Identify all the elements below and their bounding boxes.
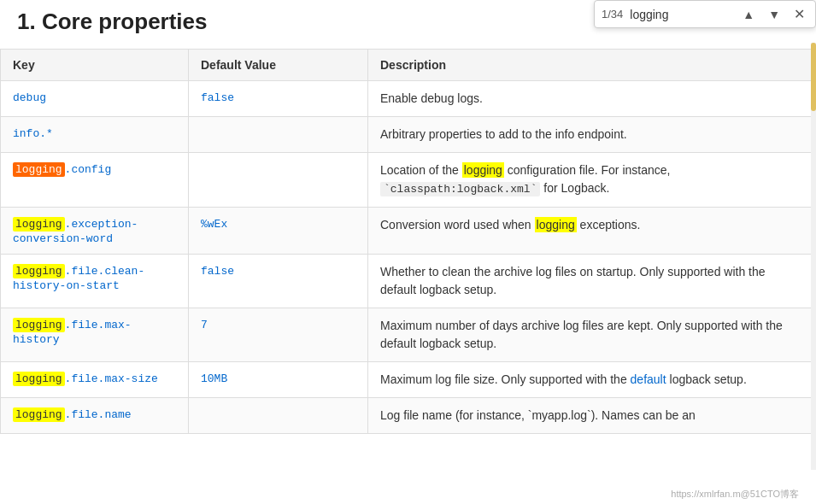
scroll-thumb[interactable] bbox=[811, 43, 816, 111]
description-cell: Maximum number of days archive log files… bbox=[368, 308, 816, 361]
description-text: Maximum number of days archive log files… bbox=[380, 319, 783, 350]
description-cell: Whether to clean the archive log files o… bbox=[368, 254, 816, 308]
description-cell: Log file name (for instance, `myapp.log`… bbox=[368, 397, 816, 433]
default-value: 7 bbox=[201, 319, 208, 331]
key-cell: info.* bbox=[1, 117, 189, 153]
key-cell: logging.exception-conversion-word bbox=[1, 207, 189, 254]
search-close-button[interactable]: ✕ bbox=[790, 4, 808, 24]
description-text: Arbitrary properties to add to the info … bbox=[380, 127, 627, 141]
search-counter: 1/34 bbox=[602, 8, 623, 21]
default-cell: 10MB bbox=[189, 361, 368, 397]
col-header-default: Default Value bbox=[189, 50, 368, 81]
default-value: %wEx bbox=[201, 218, 227, 231]
key-value: debug bbox=[13, 91, 46, 104]
description-text: Enable debug logs. bbox=[380, 91, 483, 105]
col-header-key: Key bbox=[1, 50, 189, 81]
search-up-button[interactable]: ▲ bbox=[739, 6, 758, 23]
table-row: logging.exception-conversion-word%wExCon… bbox=[1, 207, 816, 254]
default-cell: false bbox=[189, 81, 368, 117]
desc-link[interactable]: default bbox=[631, 372, 666, 386]
desc-highlight: logging bbox=[535, 217, 577, 232]
key-highlight-yellow: logging bbox=[13, 318, 65, 332]
key-highlight-yellow: logging bbox=[13, 372, 65, 386]
default-cell: %wEx bbox=[189, 207, 368, 254]
page-container: 1/34 ▲ ▼ ✕ 1. Core properties Key Defaul… bbox=[0, 0, 816, 504]
default-value: 10MB bbox=[201, 372, 227, 385]
description-text: Whether to clean the archive log files o… bbox=[380, 265, 766, 296]
description-text: Conversion word used when logging except… bbox=[380, 217, 640, 232]
table-row: logging.file.clean-history-on-startfalse… bbox=[1, 254, 816, 308]
key-highlight-yellow: logging bbox=[13, 217, 65, 231]
default-value: false bbox=[201, 91, 234, 104]
scroll-indicator bbox=[811, 43, 816, 470]
key-rest: .config bbox=[65, 163, 112, 176]
col-header-description: Description bbox=[368, 50, 816, 81]
key-cell: logging.file.max-size bbox=[1, 361, 189, 397]
key-rest: .file.max-size bbox=[65, 372, 158, 385]
search-down-button[interactable]: ▼ bbox=[765, 6, 784, 23]
key-cell: logging.file.clean-history-on-start bbox=[1, 254, 189, 308]
properties-table: Key Default Value Description debugfalse… bbox=[0, 49, 816, 434]
description-text: Maximum log file size. Only supported wi… bbox=[380, 372, 747, 386]
key-cell: logging.file.max-history bbox=[1, 308, 189, 361]
key-highlight-yellow: logging bbox=[13, 407, 65, 422]
description-cell: Enable debug logs. bbox=[368, 81, 816, 117]
search-input[interactable] bbox=[630, 8, 732, 21]
description-cell: Maximum log file size. Only supported wi… bbox=[368, 361, 816, 397]
key-highlight-yellow: logging bbox=[13, 264, 65, 278]
table-row: info.*Arbitrary properties to add to the… bbox=[1, 117, 816, 153]
desc-highlight: logging bbox=[462, 162, 504, 178]
table-row: debugfalseEnable debug logs. bbox=[1, 81, 816, 117]
default-cell bbox=[189, 117, 368, 153]
default-cell: false bbox=[189, 254, 368, 308]
table-row: logging.configLocation of the logging co… bbox=[1, 153, 816, 208]
description-cell: Conversion word used when logging except… bbox=[368, 207, 816, 254]
key-cell: debug bbox=[1, 81, 189, 117]
search-bar[interactable]: 1/34 ▲ ▼ ✕ bbox=[594, 0, 816, 28]
key-highlight-orange: logging bbox=[13, 162, 65, 177]
default-cell: 7 bbox=[189, 308, 368, 361]
key-rest: .file.name bbox=[65, 408, 132, 421]
key-cell: logging.file.name bbox=[1, 397, 189, 433]
desc-code: `classpath:logback.xml` bbox=[380, 182, 540, 196]
table-row: logging.file.max-history7Maximum number … bbox=[1, 308, 816, 361]
default-cell bbox=[189, 153, 368, 208]
table-row: logging.file.max-size10MBMaximum log fil… bbox=[1, 361, 816, 397]
default-cell bbox=[189, 397, 368, 433]
table-row: logging.file.nameLog file name (for inst… bbox=[1, 397, 816, 433]
key-value: info.* bbox=[13, 127, 53, 140]
key-cell: logging.config bbox=[1, 153, 189, 208]
description-text: Location of the logging configuration fi… bbox=[380, 163, 670, 195]
description-cell: Location of the logging configuration fi… bbox=[368, 153, 816, 208]
default-value: false bbox=[201, 265, 234, 278]
watermark: https://xmlrfan.m@51CTO博客 bbox=[671, 488, 799, 501]
description-cell: Arbitrary properties to add to the info … bbox=[368, 117, 816, 153]
description-text: Log file name (for instance, `myapp.log`… bbox=[380, 408, 696, 422]
